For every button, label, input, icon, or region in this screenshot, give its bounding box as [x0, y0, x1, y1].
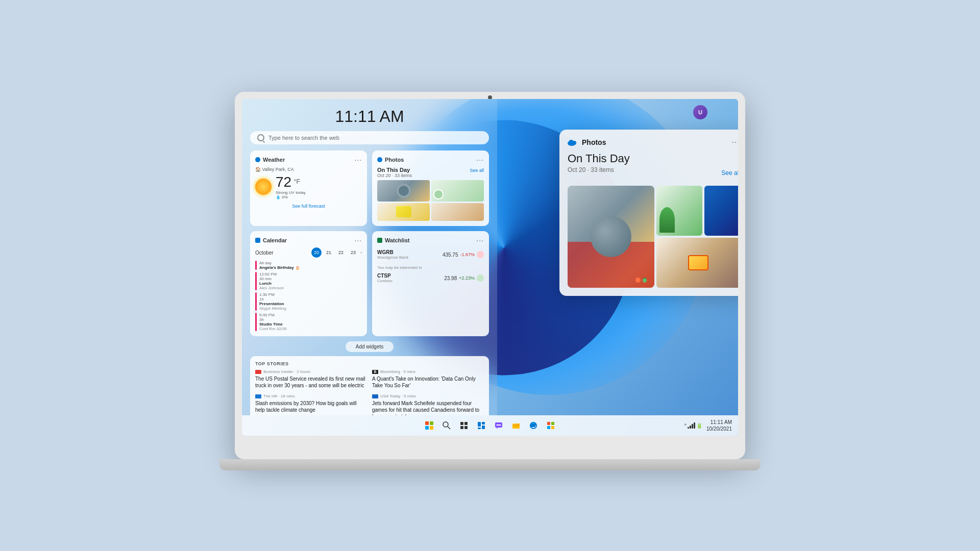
photos-header: Photos ··· — [377, 156, 484, 164]
stock-symbol-ctsp: CTSP — [377, 273, 393, 279]
photos-menu-button[interactable]: ··· — [476, 156, 484, 164]
photos-exp-cloud-icon — [568, 139, 578, 146]
event-sub-studio: Conf Rm 32/35 — [259, 327, 287, 331]
news-item-3[interactable]: The Hill · 18 mins Slash emissions by 20… — [255, 394, 367, 415]
chat-icon — [495, 421, 503, 430]
taskbar-widgets-button[interactable] — [474, 418, 488, 433]
photo-thumb-cushion[interactable] — [656, 238, 738, 288]
taskbar-task-view-button[interactable] — [457, 418, 471, 433]
stock-change-ctsp: +2.23% — [459, 276, 475, 281]
taskbar-store-button[interactable] — [544, 418, 558, 433]
cal-date-23[interactable]: 23 — [348, 247, 358, 258]
search-bar[interactable]: Type here to search the web — [250, 131, 489, 144]
taskbar-edge-button[interactable] — [526, 418, 541, 433]
photo-thumb-1[interactable] — [377, 180, 430, 202]
watchlist-title-row: Watchlist — [377, 237, 410, 243]
stock-change-wgrb: -1.67% — [460, 252, 475, 257]
news-item-2[interactable]: B Bloomberg · 3 mins A Quant's Take on I… — [372, 369, 484, 389]
svg-point-16 — [500, 424, 501, 426]
taskbar-start-button[interactable] — [422, 418, 436, 433]
event-bar-allday — [255, 261, 257, 270]
photos-exp-see-all[interactable]: See all — [721, 169, 738, 177]
photos-exp-main-photo[interactable] — [568, 186, 654, 288]
photo-thumb-plants[interactable] — [656, 186, 702, 236]
cal-date-22[interactable]: 22 — [336, 247, 346, 258]
photo-thumb-4[interactable] — [431, 203, 484, 221]
explorer-icon — [512, 421, 520, 430]
taskbar-clock[interactable]: 11:11 AM 10/20/2021 — [706, 419, 732, 432]
photos-exp-meta-row: Oct 20 · 33 items See all — [568, 166, 738, 180]
calendar-event-allday: All day Angela's Birthday 🎂 — [255, 261, 362, 270]
photos-exp-menu-button[interactable]: ··· — [732, 138, 738, 147]
calendar-title: Calendar — [263, 237, 287, 243]
news-logo-1 — [255, 370, 261, 374]
wifi-icon — [688, 422, 695, 429]
search-icon — [257, 134, 264, 141]
plant-item — [659, 207, 675, 233]
calendar-month: October — [255, 250, 274, 256]
taskbar-search-button[interactable] — [439, 418, 454, 433]
chevron-up-icon[interactable]: ^ — [684, 423, 687, 428]
battery-icon: 🔋 — [696, 423, 702, 429]
weather-menu-button[interactable]: ··· — [354, 156, 362, 164]
search-placeholder: Type here to search the web — [268, 135, 339, 141]
cal-chevron[interactable]: › — [360, 250, 362, 255]
pillow-icon — [688, 255, 708, 270]
watchlist-menu-button[interactable]: ··· — [476, 236, 484, 244]
news-headline-2: A Quant's Take on Innovation: 'Data Can … — [372, 375, 484, 389]
stock-row-ctsp: CTSP Contoso 23.98 +2.23% — [377, 271, 484, 285]
weather-icon — [255, 157, 260, 162]
event-time-lunch: 12:00 PM30 min — [259, 272, 284, 281]
laptop-shell: U 11:11 AM Type here to search the web W… — [235, 92, 745, 459]
event-sub-pres: Skype Meeting — [259, 306, 286, 311]
widgets-panel: 11:11 AM Type here to search the web Wea… — [242, 99, 497, 415]
news-source-2: B Bloomberg · 3 mins — [372, 369, 484, 374]
svg-rect-23 — [551, 426, 554, 429]
taskbar-explorer-button[interactable] — [509, 418, 523, 433]
news-item-4[interactable]: USA Today · 5 mins Jets forward Mark Sch… — [372, 394, 484, 415]
weather-forecast-link[interactable]: See full forecast — [255, 204, 362, 209]
taskbar-date-display: 10/20/2021 — [706, 425, 732, 432]
watchlist-icon — [377, 238, 382, 243]
photos-exp-header: Photos ··· — [568, 138, 738, 147]
cal-date-20[interactable]: 20 — [311, 247, 322, 258]
news-item-1[interactable]: Business Insider · 2 hours The US Postal… — [255, 369, 367, 389]
news-source-1: Business Insider · 2 hours — [255, 369, 367, 374]
stock-indicator-wgrb — [477, 251, 484, 258]
news-logo-2: B — [372, 370, 378, 374]
event-name-pres: Presentation — [259, 302, 286, 306]
add-widgets-button[interactable]: Add widgets — [346, 341, 394, 352]
taskbar: ^ 🔋 11:11 AM 10/20/2021 — [242, 415, 738, 436]
weather-header: Weather ··· — [255, 156, 362, 164]
taskbar-right: ^ 🔋 11:11 AM 10/20/2021 — [684, 419, 732, 432]
photos-exp-date: Oct 20 · 33 items — [568, 166, 614, 173]
store-icon — [547, 421, 555, 430]
weather-title: Weather — [263, 157, 285, 163]
photo-thumb-2[interactable] — [431, 180, 484, 202]
widgets-row-1: Weather ··· 🏠 Valley Park, CA 72 °F Stro… — [250, 151, 489, 226]
svg-rect-5 — [460, 422, 463, 425]
task-view-icon — [460, 421, 468, 430]
svg-line-4 — [448, 427, 450, 429]
news-source-3: The Hill · 18 mins — [255, 394, 367, 398]
photo-thumb-blue[interactable] — [704, 186, 738, 236]
cal-date-21[interactable]: 21 — [324, 247, 334, 258]
avatar[interactable]: U — [693, 105, 707, 119]
stock-symbol-wgrb: WGRB — [377, 249, 408, 255]
laptop-base — [219, 459, 761, 470]
time-display: 11:11 AM — [250, 107, 489, 126]
event-name-studio: Studio Time — [259, 322, 287, 327]
calendar-dates: 20 21 22 23 › — [311, 247, 362, 258]
photo-circle-decoration — [397, 184, 411, 198]
photo-fruit-items — [635, 278, 647, 283]
taskbar-chat-button[interactable] — [492, 418, 506, 433]
svg-rect-11 — [478, 428, 481, 429]
svg-rect-8 — [464, 426, 468, 429]
calendar-menu-button[interactable]: ··· — [354, 236, 362, 244]
svg-point-3 — [443, 422, 448, 427]
photo-thumb-3[interactable] — [377, 203, 430, 221]
event-name-birthday: Angela's Birthday 🎂 — [259, 265, 300, 270]
calendar-event-studio: 6:00 PM3h Studio Time Conf Rm 32/35 — [255, 313, 362, 331]
photos-subtitle: On This Day Oct 20 · 33 items See all — [377, 167, 484, 178]
photos-see-all[interactable]: See all — [470, 168, 484, 173]
